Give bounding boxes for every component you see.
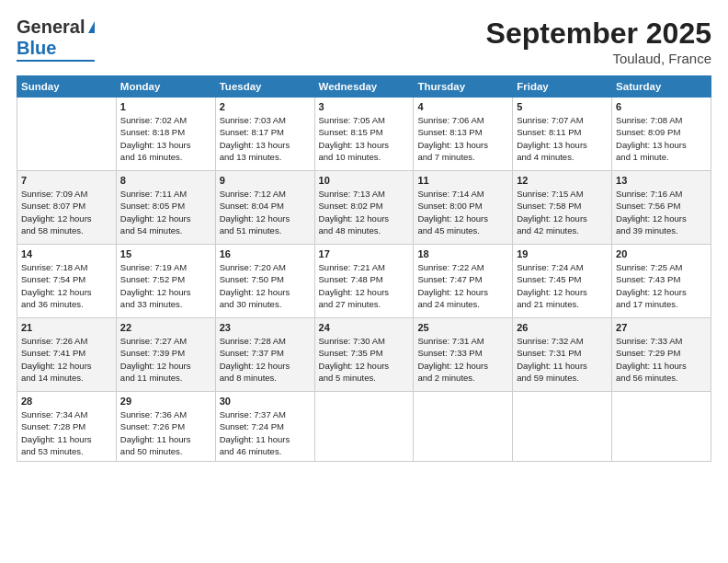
day-info: Daylight: 12 hours <box>120 286 211 298</box>
day-info: Sunrise: 7:33 AM <box>616 335 707 347</box>
table-row <box>17 98 117 171</box>
day-info: Sunrise: 7:13 AM <box>319 188 410 200</box>
day-number: 26 <box>517 322 608 333</box>
day-info: Sunset: 8:11 PM <box>517 126 608 138</box>
day-number: 2 <box>220 101 311 112</box>
day-info: Daylight: 13 hours <box>417 139 508 151</box>
day-info: Daylight: 12 hours <box>319 286 410 298</box>
logo-triangle-icon <box>88 21 95 33</box>
day-info: Sunrise: 7:31 AM <box>417 335 508 347</box>
day-number: 4 <box>417 101 508 112</box>
day-info: Daylight: 11 hours <box>220 433 311 445</box>
day-info: Daylight: 12 hours <box>21 286 112 298</box>
day-number: 18 <box>417 248 508 259</box>
day-info: Sunset: 7:41 PM <box>21 347 112 359</box>
day-info: and 54 minutes. <box>120 224 211 236</box>
day-info: and 4 minutes. <box>517 151 608 163</box>
day-info: Sunset: 7:31 PM <box>517 347 608 359</box>
day-info: and 24 minutes. <box>417 298 508 310</box>
table-row: 1Sunrise: 7:02 AMSunset: 8:18 PMDaylight… <box>116 98 215 171</box>
day-info: Daylight: 11 hours <box>120 433 211 445</box>
day-info: Sunrise: 7:18 AM <box>21 261 112 273</box>
day-info: and 53 minutes. <box>21 445 112 457</box>
day-info: Sunset: 7:29 PM <box>616 347 707 359</box>
day-info: Daylight: 13 hours <box>120 139 211 151</box>
day-info: Sunset: 7:35 PM <box>319 347 410 359</box>
day-info: Daylight: 13 hours <box>220 139 311 151</box>
day-info: and 51 minutes. <box>220 224 311 236</box>
table-row: 5Sunrise: 7:07 AMSunset: 8:11 PMDaylight… <box>513 98 612 171</box>
day-info: Sunset: 7:45 PM <box>517 273 608 285</box>
day-info: Sunrise: 7:34 AM <box>21 408 112 420</box>
header-monday: Monday <box>116 76 215 98</box>
day-number: 24 <box>319 322 410 333</box>
table-row <box>513 392 612 462</box>
calendar-header-row: Sunday Monday Tuesday Wednesday Thursday… <box>17 76 711 98</box>
day-info: Daylight: 12 hours <box>120 360 211 372</box>
table-row: 10Sunrise: 7:13 AMSunset: 8:02 PMDayligh… <box>314 171 414 245</box>
day-info: Daylight: 11 hours <box>517 360 608 372</box>
table-row <box>314 392 414 462</box>
day-info: Sunrise: 7:12 AM <box>220 188 311 200</box>
day-number: 6 <box>616 101 707 112</box>
logo-underline <box>17 60 95 62</box>
day-number: 21 <box>21 322 112 333</box>
day-info: Daylight: 13 hours <box>517 139 608 151</box>
day-number: 8 <box>120 175 211 186</box>
day-info: Daylight: 12 hours <box>417 213 508 224</box>
table-row: 9Sunrise: 7:12 AMSunset: 8:04 PMDaylight… <box>215 171 314 245</box>
day-number: 3 <box>319 101 410 112</box>
day-info: Sunrise: 7:30 AM <box>319 335 410 347</box>
day-info: and 33 minutes. <box>120 298 211 310</box>
day-info: and 1 minute. <box>616 151 707 163</box>
day-info: Sunrise: 7:22 AM <box>417 261 508 273</box>
title-block: September 2025 Toulaud, France <box>486 17 711 66</box>
day-info: Sunrise: 7:24 AM <box>517 261 608 273</box>
day-info: Daylight: 11 hours <box>616 360 707 372</box>
day-number: 27 <box>616 322 707 333</box>
table-row: 28Sunrise: 7:34 AMSunset: 7:28 PMDayligh… <box>17 392 117 462</box>
day-info: Sunset: 7:26 PM <box>120 420 211 432</box>
day-info: Daylight: 11 hours <box>21 433 112 445</box>
table-row <box>414 392 513 462</box>
day-info: Sunrise: 7:28 AM <box>220 335 311 347</box>
table-row: 25Sunrise: 7:31 AMSunset: 7:33 PMDayligh… <box>414 318 513 392</box>
day-number: 22 <box>120 322 211 333</box>
day-number: 17 <box>319 248 410 259</box>
day-number: 11 <box>417 175 508 186</box>
day-info: and 27 minutes. <box>319 298 410 310</box>
table-row: 19Sunrise: 7:24 AMSunset: 7:45 PMDayligh… <box>513 245 612 318</box>
day-info: Sunrise: 7:14 AM <box>417 188 508 200</box>
day-info: Sunset: 7:24 PM <box>220 420 311 432</box>
day-info: Sunset: 7:56 PM <box>616 200 707 212</box>
day-info: Sunset: 8:05 PM <box>120 200 211 212</box>
day-info: and 56 minutes. <box>616 372 707 384</box>
day-info: Sunset: 7:37 PM <box>220 347 311 359</box>
day-info: Sunset: 8:09 PM <box>616 126 707 138</box>
day-info: Daylight: 12 hours <box>319 360 410 372</box>
day-info: and 7 minutes. <box>417 151 508 163</box>
table-row: 26Sunrise: 7:32 AMSunset: 7:31 PMDayligh… <box>513 318 612 392</box>
day-number: 20 <box>616 248 707 259</box>
table-row: 3Sunrise: 7:05 AMSunset: 8:15 PMDaylight… <box>314 98 414 171</box>
table-row <box>612 392 711 462</box>
table-row: 29Sunrise: 7:36 AMSunset: 7:26 PMDayligh… <box>116 392 215 462</box>
day-info: Sunset: 7:52 PM <box>120 273 211 285</box>
table-row: 6Sunrise: 7:08 AMSunset: 8:09 PMDaylight… <box>612 98 711 171</box>
day-info: and 50 minutes. <box>120 445 211 457</box>
day-info: and 59 minutes. <box>517 372 608 384</box>
calendar-table: Sunday Monday Tuesday Wednesday Thursday… <box>17 75 711 462</box>
calendar-week-row: 7Sunrise: 7:09 AMSunset: 8:07 PMDaylight… <box>17 171 711 245</box>
day-info: Sunrise: 7:06 AM <box>417 114 508 126</box>
day-info: Sunset: 7:54 PM <box>21 273 112 285</box>
header-wednesday: Wednesday <box>314 76 414 98</box>
day-number: 25 <box>417 322 508 333</box>
table-row: 4Sunrise: 7:06 AMSunset: 8:13 PMDaylight… <box>414 98 513 171</box>
day-info: Sunrise: 7:36 AM <box>120 408 211 420</box>
day-info: Daylight: 12 hours <box>417 360 508 372</box>
table-row: 14Sunrise: 7:18 AMSunset: 7:54 PMDayligh… <box>17 245 117 318</box>
table-row: 23Sunrise: 7:28 AMSunset: 7:37 PMDayligh… <box>215 318 314 392</box>
day-info: Sunrise: 7:21 AM <box>319 261 410 273</box>
day-info: Sunrise: 7:27 AM <box>120 335 211 347</box>
header-tuesday: Tuesday <box>215 76 314 98</box>
